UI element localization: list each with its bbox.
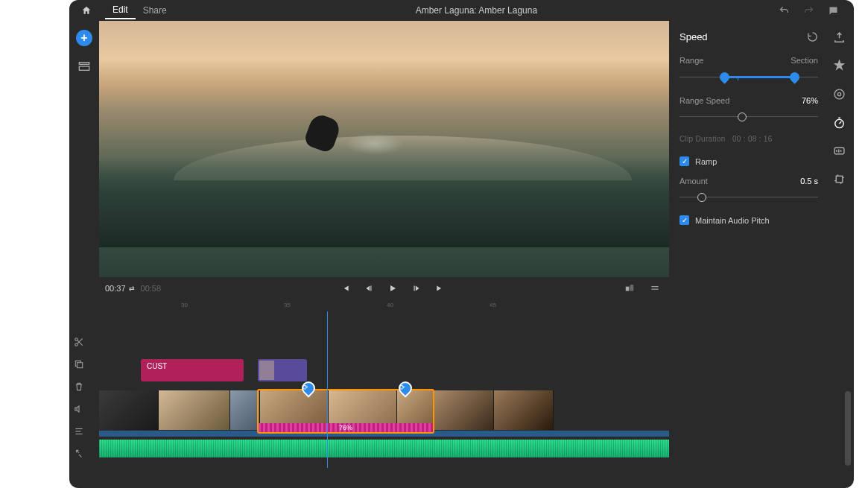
header-bar: Edit Share Amber Laguna: Amber Laguna bbox=[69, 0, 854, 21]
amount-value: 0.5 s bbox=[800, 177, 818, 186]
range-label: Range bbox=[679, 56, 703, 65]
fullscreen-icon[interactable] bbox=[624, 283, 635, 294]
svg-rect-10 bbox=[77, 363, 83, 368]
project-panel-icon[interactable] bbox=[78, 61, 90, 72]
ramp-checkbox[interactable]: ✓ bbox=[679, 156, 689, 166]
ruler-tick: 40 bbox=[387, 302, 393, 308]
pitch-label: Maintain Audio Pitch bbox=[695, 216, 770, 225]
video-preview[interactable] bbox=[99, 21, 669, 277]
svg-point-16 bbox=[837, 92, 840, 95]
frame-back-icon[interactable] bbox=[364, 283, 374, 294]
skip-back-icon[interactable] bbox=[340, 283, 350, 294]
amount-label: Amount bbox=[679, 177, 708, 186]
svg-rect-2 bbox=[626, 287, 630, 291]
volume-icon[interactable] bbox=[74, 404, 84, 414]
speed-segment[interactable]: 76% bbox=[259, 423, 433, 432]
speed-panel: Speed Range Section Range Speed 76% bbox=[669, 21, 824, 488]
audio-track[interactable] bbox=[99, 440, 669, 457]
speed-tool-icon[interactable] bbox=[831, 115, 846, 130]
duplicate-icon[interactable] bbox=[74, 359, 84, 370]
reset-icon[interactable] bbox=[807, 31, 818, 42]
trash-icon[interactable] bbox=[74, 381, 84, 392]
undo-icon[interactable] bbox=[779, 5, 790, 16]
ramp-label: Ramp bbox=[695, 157, 717, 166]
transform-icon[interactable] bbox=[831, 171, 846, 186]
range-speed-value: 76% bbox=[802, 96, 818, 105]
color-icon[interactable] bbox=[831, 86, 846, 101]
total-timecode: 00:58 bbox=[141, 284, 162, 293]
timeline[interactable]: 30 35 40 45 CUST bbox=[99, 300, 669, 488]
overlay-clip[interactable] bbox=[258, 359, 307, 381]
scroll-indicator[interactable] bbox=[845, 391, 851, 466]
svg-rect-0 bbox=[79, 63, 89, 65]
scissors-icon[interactable] bbox=[74, 337, 84, 347]
section-label: Section bbox=[791, 56, 818, 65]
clip-duration-row: Clip Duration 00 : 08 : 16 bbox=[679, 135, 818, 143]
svg-point-6 bbox=[75, 338, 78, 341]
main-area: + 00:37 ⇄ 00:58 bbox=[69, 21, 854, 488]
project-title: Amber Laguna: Amber Laguna bbox=[174, 5, 779, 16]
transport-bar: 00:37 ⇄ 00:58 bbox=[99, 277, 669, 300]
amount-slider[interactable] bbox=[679, 190, 818, 205]
chat-icon[interactable] bbox=[828, 5, 839, 16]
title-clip[interactable]: CUST bbox=[141, 359, 244, 381]
tab-share[interactable]: Share bbox=[136, 2, 174, 19]
playhead[interactable] bbox=[327, 311, 328, 468]
link-icon: ⇄ bbox=[129, 285, 135, 292]
svg-rect-1 bbox=[79, 66, 89, 70]
menu-icon[interactable] bbox=[650, 283, 660, 294]
effects-icon[interactable] bbox=[831, 58, 846, 73]
audio-tool-icon[interactable] bbox=[831, 143, 846, 158]
svg-point-7 bbox=[75, 343, 78, 346]
svg-rect-11 bbox=[75, 408, 77, 411]
tracks: CUST 76% ⟳ bbox=[99, 311, 669, 460]
range-speed-slider[interactable] bbox=[679, 110, 818, 124]
ruler-tick: 35 bbox=[284, 302, 291, 308]
range-speed-label: Range Speed bbox=[679, 96, 729, 105]
current-timecode: 00:37 bbox=[105, 284, 126, 293]
skip-fwd-icon[interactable] bbox=[435, 283, 446, 294]
home-icon[interactable] bbox=[81, 5, 92, 16]
app-window: Edit Share Amber Laguna: Amber Laguna + … bbox=[69, 0, 854, 488]
pitch-checkbox[interactable]: ✓ bbox=[679, 215, 689, 225]
panel-title: Speed bbox=[679, 31, 708, 42]
center-column: 00:37 ⇄ 00:58 bbox=[99, 21, 669, 488]
ruler-tick: 45 bbox=[490, 302, 496, 308]
tab-edit[interactable]: Edit bbox=[105, 1, 136, 19]
export-icon[interactable] bbox=[831, 30, 846, 45]
list-icon[interactable] bbox=[74, 426, 84, 437]
ruler-tick: 30 bbox=[181, 302, 188, 308]
expand-icon[interactable] bbox=[74, 449, 84, 459]
add-media-button[interactable]: + bbox=[76, 30, 92, 46]
redo-icon[interactable] bbox=[803, 5, 814, 16]
range-slider[interactable] bbox=[679, 69, 818, 86]
svg-rect-22 bbox=[836, 176, 843, 183]
time-ruler[interactable]: 30 35 40 45 bbox=[99, 300, 669, 311]
svg-point-15 bbox=[834, 89, 844, 99]
svg-rect-3 bbox=[630, 285, 634, 291]
play-icon[interactable] bbox=[387, 283, 398, 294]
frame-fwd-icon[interactable] bbox=[411, 283, 422, 294]
